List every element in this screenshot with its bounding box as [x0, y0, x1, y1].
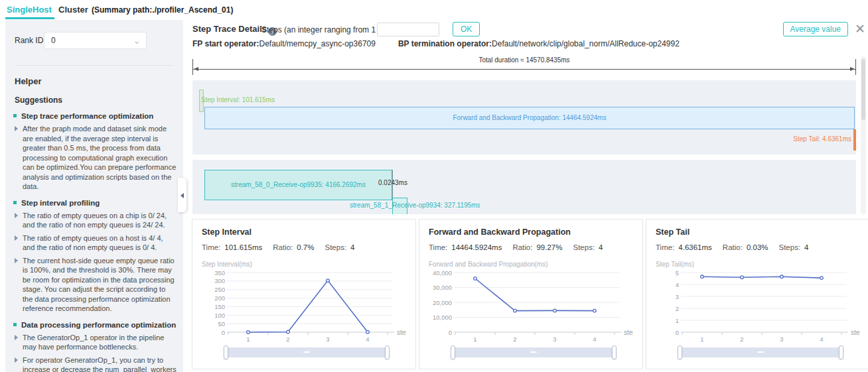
svg-text:1: 1	[473, 336, 476, 343]
stat-value-steps: 4	[599, 243, 603, 251]
svg-text:20,000: 20,000	[433, 299, 452, 306]
stat-label-steps: Steps:	[573, 243, 595, 251]
slider-grip	[303, 351, 310, 353]
bullet-square-icon	[13, 201, 17, 204]
svg-text:1: 1	[246, 336, 250, 343]
svg-text:200: 200	[214, 294, 225, 302]
operator-info-row: FP start operator:Default/memcpy_async-o…	[192, 39, 680, 48]
panel-title-text: Step Trace Details	[192, 24, 267, 34]
slider-left-handle[interactable]	[451, 345, 455, 359]
svg-text:3: 3	[676, 293, 679, 300]
rank-id-select[interactable]: 0 ⌄	[44, 32, 147, 49]
stat-label-ratio: Ratio:	[273, 243, 293, 251]
suggestion-group-title: Step interval profiling	[13, 198, 177, 208]
stat-label-ratio: Ratio:	[723, 243, 743, 251]
step-trace-timeline: Total duration ≈ 14570.8435ms Step Inter…	[192, 56, 856, 214]
suggestion-group: Data processing performance optimization…	[13, 320, 177, 372]
svg-text:150: 150	[214, 303, 225, 310]
chart-plot-forward-and-backward-propagation[interactable]: 010,00020,00030,00040,0001234step	[429, 269, 633, 347]
x-axis-title: step	[397, 329, 406, 336]
ok-button[interactable]: OK	[453, 22, 480, 36]
svg-text:10,000: 10,000	[433, 314, 452, 321]
svg-text:3: 3	[326, 336, 329, 343]
chart-plot-step-interval[interactable]: 0501001502002503003501234step	[202, 269, 406, 347]
sidebar-collapse-handle[interactable]	[178, 178, 186, 212]
suggestion-item: The GeneratorOp_1 operator in the pipeli…	[13, 333, 177, 352]
helper-title: Helper	[15, 76, 174, 86]
slider-left-handle[interactable]	[678, 345, 682, 359]
stat-label-ratio: Ratio:	[512, 243, 532, 251]
triangle-bullet-icon	[15, 213, 18, 218]
bp-operator-value: Default/network/clip/global_norm/AllRedu…	[492, 39, 680, 48]
stat-label-steps: Steps:	[779, 243, 801, 251]
stat-value-ratio: 0.03%	[747, 243, 768, 251]
tab-singlehost[interactable]: SingleHost	[7, 5, 52, 15]
chart-title: Step Tail	[656, 227, 860, 237]
stat-label-time: Time:	[202, 243, 220, 251]
svg-text:2: 2	[740, 336, 743, 343]
x-axis-title: step	[851, 329, 860, 336]
stat-value-time: 14464.5924ms	[451, 243, 502, 251]
total-duration-label: Total duration ≈ 14570.8435ms	[192, 56, 856, 65]
suggestion-item: After the praph mode and dataset sink mo…	[13, 124, 177, 192]
suggestion-item: The ratio of empty queues on a host is 4…	[13, 233, 177, 253]
slider-grip	[530, 351, 537, 353]
chart-zoom-slider[interactable]	[226, 347, 388, 357]
stat-label-time: Time:	[656, 243, 674, 251]
svg-text:0: 0	[676, 329, 679, 336]
triangle-bullet-icon	[15, 258, 18, 263]
suggestion-group: Step interval profilingThe ratio of empt…	[13, 198, 177, 314]
rank-id-row: Rank ID 0 ⌄	[5, 20, 183, 60]
rank-id-label: Rank ID	[15, 36, 43, 45]
step-tail-bar[interactable]	[853, 129, 856, 151]
chart-title: Step Interval	[202, 227, 406, 237]
stream-gap-label: 0.0243ms	[369, 179, 417, 186]
svg-text:4: 4	[820, 336, 823, 343]
chart-stats: Time:14464.5924msRatio:99.27%Steps:4	[429, 243, 633, 251]
average-value-button[interactable]: Average value	[783, 22, 849, 36]
chart-zoom-slider[interactable]	[453, 347, 615, 357]
chart-card-forward-and-backward-propagation: Forward and Backward PropagationTime:144…	[419, 219, 643, 369]
rank-id-value: 0	[51, 36, 56, 45]
slider-right-handle[interactable]	[839, 345, 843, 359]
svg-text:2: 2	[513, 336, 516, 343]
steps-input[interactable]	[377, 23, 439, 36]
steps-hint-label: Steps (an integer ranging from 1 to 4)	[261, 25, 394, 34]
slider-right-handle[interactable]	[385, 345, 390, 359]
svg-text:0: 0	[449, 329, 452, 336]
chart-stats: Time:4.6361msRatio:0.03%Steps:4	[656, 243, 860, 251]
svg-text:2: 2	[676, 305, 679, 312]
svg-text:1: 1	[676, 317, 679, 324]
suggestion-group: Step trace performance optimizationAfter…	[13, 111, 177, 192]
svg-text:4: 4	[593, 336, 596, 343]
svg-text:30,000: 30,000	[433, 284, 452, 291]
timeline-scrollbar[interactable]	[861, 56, 866, 214]
suggestions-list: Step trace performance optimizationAfter…	[5, 111, 183, 372]
slider-grip	[757, 351, 764, 353]
stat-value-time: 4.6361ms	[678, 243, 712, 251]
suggestion-group-title: Step trace performance optimization	[13, 111, 177, 121]
timeline-scrollbar-thumb[interactable]	[861, 59, 865, 120]
chart-zoom-slider[interactable]	[680, 347, 841, 357]
sidebar-divider	[15, 65, 174, 66]
triangle-bullet-icon	[15, 126, 18, 131]
stat-value-ratio: 0.7%	[297, 243, 314, 251]
chart-y-axis-title: Step Tail(ms)	[656, 261, 860, 268]
slider-left-handle[interactable]	[224, 345, 228, 359]
svg-text:350: 350	[214, 269, 225, 277]
stream-0-bar[interactable]: stream_58_0_Receive-op9935: 4166.2692ms	[204, 170, 392, 200]
slider-right-handle[interactable]	[612, 345, 616, 359]
tab-cluster[interactable]: Cluster	[58, 5, 88, 15]
step-trace-panel: Step Trace Detailsi Steps (an integer ra…	[190, 20, 868, 372]
svg-text:50: 50	[218, 320, 225, 328]
step-tail-label: Step Tail: 4.6361ms	[793, 135, 851, 143]
fp-operator-value: Default/memcpy_async-op36709	[259, 39, 375, 48]
chart-y-axis-title: Forward and Backward Propagation(ms)	[429, 261, 633, 268]
x-axis-title: step	[624, 329, 633, 336]
collapse-arrow-icon	[181, 193, 184, 198]
forward-backward-bar[interactable]: Forward and Backward Propagation: 14464.…	[204, 107, 855, 129]
close-icon[interactable]: ✕	[855, 22, 865, 36]
chart-plot-step-tail[interactable]: 0123451234step	[656, 269, 860, 347]
active-tab-underline	[5, 17, 54, 19]
bp-operator-label: BP termination operator:	[398, 39, 492, 48]
